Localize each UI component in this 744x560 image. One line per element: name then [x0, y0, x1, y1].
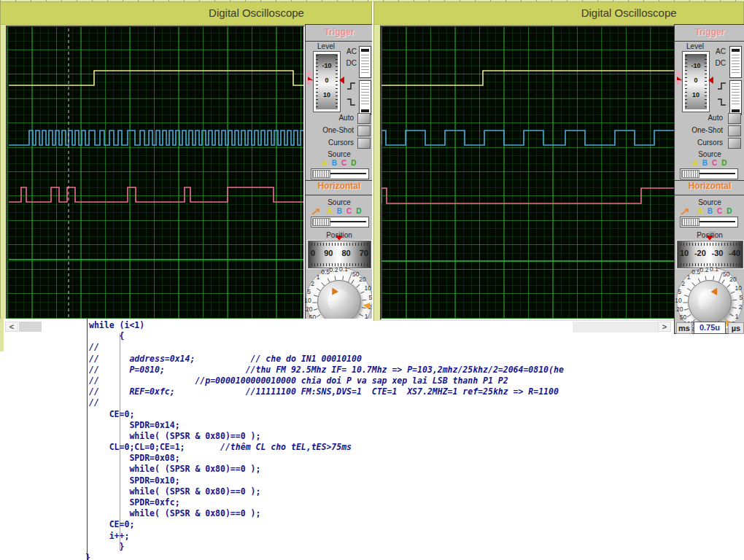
channel-d-label: D	[726, 207, 732, 215]
level-marker-right-icon	[339, 77, 344, 84]
trigger-source-label: Source	[306, 150, 372, 158]
channel-a-label: A	[328, 207, 333, 215]
timebase-scale-label: 2	[311, 280, 314, 287]
timebase-scale-label: 5	[307, 288, 311, 295]
slider-thumb[interactable]	[681, 170, 700, 178]
trace-channel-B	[9, 131, 303, 145]
code-line[interactable]: }	[85, 553, 564, 560]
window-title: Digital Oscilloscope	[581, 7, 677, 19]
falling-edge-icon	[346, 98, 356, 106]
auto-button[interactable]	[728, 113, 741, 124]
edge-switch[interactable]	[359, 80, 371, 115]
title-bar[interactable]: Digital Oscilloscope	[0, 1, 372, 25]
cursors-button[interactable]	[357, 138, 371, 149]
coupling-switch[interactable]	[729, 46, 742, 78]
position-value: 0	[311, 249, 315, 257]
one-shot-button[interactable]	[728, 125, 741, 136]
scroll-left-button[interactable]: <	[5, 322, 18, 332]
timebase-value-field[interactable]: 0.75u	[694, 322, 726, 334]
trigger-source-slider[interactable]	[311, 168, 369, 179]
timebase-scale-label: 50	[680, 314, 686, 321]
scrollbar-thumb[interactable]	[19, 322, 42, 332]
coupling-switch[interactable]	[359, 46, 371, 78]
timebase-scale-label: 0.2	[700, 266, 709, 273]
position-value: 80	[341, 249, 350, 257]
level-down-arrow-icon[interactable]	[306, 80, 312, 85]
falling-edge-icon	[717, 98, 726, 106]
rising-edge-icon	[346, 82, 356, 90]
horizontal-source-label: Source	[675, 198, 744, 206]
position-value: 70	[360, 249, 368, 257]
code-line[interactable]: //	[89, 342, 564, 353]
position-dial[interactable]: 0908070	[308, 241, 371, 268]
us-unit-label: µs	[728, 322, 744, 334]
code-line[interactable]: }	[89, 542, 564, 553]
auto-button[interactable]	[357, 113, 371, 124]
timebase-scale-label: 1	[735, 313, 739, 320]
control-panel: Trigger Level -10 0 10 AC DC	[305, 24, 372, 319]
code-line[interactable]: //	[89, 397, 564, 408]
level-down-arrow-icon[interactable]	[675, 80, 681, 85]
code-line[interactable]: SPDR=0x10;	[89, 475, 564, 486]
slider-thumb[interactable]	[312, 218, 330, 226]
code-line[interactable]: while( (SPSR & 0x80)==0 );	[89, 431, 564, 442]
waveform-plot	[7, 27, 303, 319]
code-line[interactable]: i++;	[89, 531, 564, 542]
timebase-scale-label: 20	[306, 306, 312, 313]
level-tick: 10	[683, 91, 709, 98]
horizontal-source-slider[interactable]	[311, 217, 369, 228]
position-value: -40	[729, 249, 740, 257]
level-up-arrow-icon[interactable]	[306, 70, 312, 75]
channel-a-label: A	[693, 159, 698, 167]
horizontal-source-slider[interactable]	[680, 217, 738, 228]
title-bar[interactable]: Digital Oscilloscope	[373, 1, 744, 25]
knob-tick	[683, 303, 688, 303]
one-shot-label: One-Shot	[675, 126, 723, 134]
level-marker-right-icon	[708, 77, 713, 84]
timebase-knob[interactable]	[688, 280, 732, 324]
timebase-scale-label: 5	[739, 294, 743, 301]
timebase-scale-label: 0.5	[691, 268, 700, 276]
level-tick: 0	[683, 77, 709, 84]
trigger-source-slider[interactable]	[680, 168, 738, 179]
code-line[interactable]: SPDR=0x14;	[89, 420, 564, 431]
code-line[interactable]: while( (SPSR & 0x80)==0 );	[89, 486, 564, 497]
cursors-button[interactable]	[728, 138, 741, 149]
code-line[interactable]: // address=0x14; // che do IN1 00010100	[89, 354, 564, 365]
level-up-arrow-icon[interactable]	[675, 70, 681, 75]
code-line[interactable]: CE=0;	[89, 519, 564, 530]
trigger-channel-letters: ABCD	[306, 159, 372, 167]
channel-d-label: D	[356, 207, 361, 215]
horizontal-source-label: Source	[306, 198, 372, 206]
code-line[interactable]: // //p=0000100000010000 chia doi P va sa…	[89, 376, 564, 386]
position-marker-top-icon	[706, 236, 713, 241]
code-line[interactable]: // REF=0xfc; //11111100 FM:SNS,DVS=1 CTE…	[89, 386, 564, 397]
code-line[interactable]: // P=0810; //thu FM 92.5Mhz IF= 10.7Mhz …	[89, 365, 564, 376]
timebase-scale-label: 2	[739, 303, 743, 311]
oscilloscope-screen	[380, 26, 675, 320]
code-line[interactable]: while( (SPSR & 0x80)==0 );	[89, 508, 564, 519]
code-editor[interactable]: < > while (i<1) {//// address=0x14; // c…	[0, 319, 744, 560]
one-shot-label: One-Shot	[306, 126, 354, 134]
slider-thumb[interactable]	[312, 170, 330, 178]
ac-label: AC	[335, 47, 357, 55]
code-line[interactable]: SPDR=0x08;	[89, 453, 564, 464]
oscilloscope-window-left: Digital Oscilloscope Trigger Level -10 0…	[0, 1, 372, 319]
position-dial[interactable]: 10-20-30-40	[677, 241, 743, 268]
position-marker-top-icon	[336, 236, 343, 241]
timebase-scale-label: 5	[368, 294, 372, 301]
trace-channel-C	[9, 187, 303, 202]
one-shot-button[interactable]	[357, 125, 371, 136]
code-line[interactable]: while( (SPSR & 0x80)==0 );	[89, 464, 564, 475]
timebase-scale-label: 20	[359, 276, 365, 283]
code-line[interactable]: SPDR=0xfc;	[89, 497, 564, 508]
code-text[interactable]: while (i<1) {//// address=0x14; // che d…	[89, 320, 564, 560]
code-line[interactable]: CE=0;	[89, 409, 564, 420]
timebase-scale-label: 1	[687, 273, 691, 281]
ac-label: AC	[704, 47, 726, 55]
desktop: Digital Oscilloscope Trigger Level -10 0…	[0, 0, 744, 560]
edge-switch[interactable]	[729, 80, 742, 115]
code-line[interactable]: CL=0;CL=0;CE=1; //thêm CL cho tEL,tES>75…	[89, 442, 564, 453]
slider-thumb[interactable]	[681, 218, 700, 226]
auto-label: Auto	[675, 114, 723, 122]
